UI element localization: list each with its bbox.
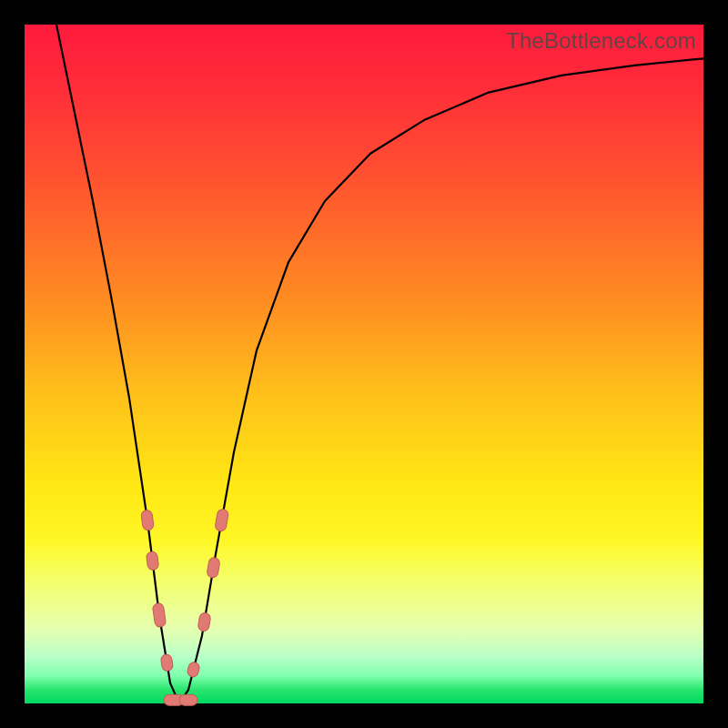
chart-frame: TheBottleneck.com bbox=[0, 0, 728, 728]
curve-bead bbox=[141, 510, 155, 531]
curve-bead bbox=[146, 551, 158, 571]
plot-area: TheBottleneck.com bbox=[25, 25, 703, 703]
curve-bead bbox=[215, 509, 229, 532]
curve-bead bbox=[207, 557, 220, 579]
beads-group bbox=[141, 509, 229, 706]
curve-bead bbox=[152, 602, 167, 627]
curve-svg bbox=[25, 25, 703, 703]
bottleneck-curve bbox=[56, 25, 703, 703]
curve-bead bbox=[187, 661, 201, 677]
curve-bead bbox=[179, 694, 197, 705]
curve-bead bbox=[197, 612, 211, 632]
curve-bead bbox=[160, 653, 174, 672]
